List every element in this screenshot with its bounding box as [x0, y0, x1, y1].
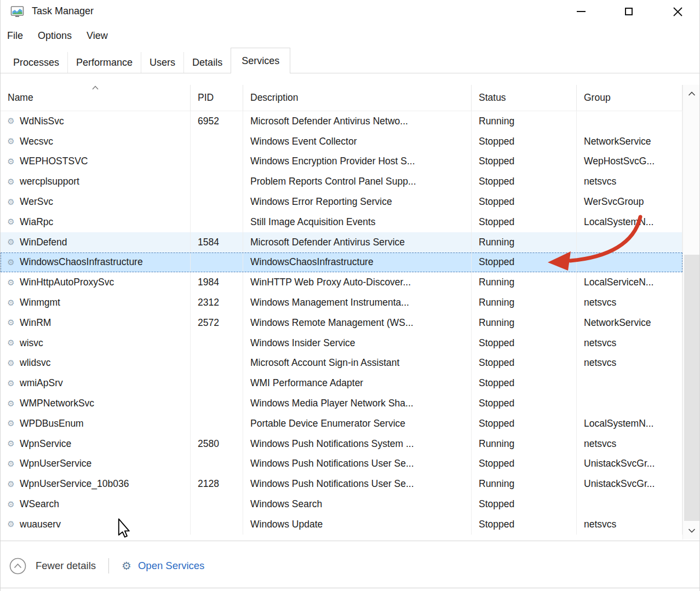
cell-pid: 2580: [191, 434, 243, 454]
service-gear-icon: ⚙: [5, 257, 17, 267]
cell-group: netsvcs: [577, 353, 682, 374]
tab-services[interactable]: Services: [231, 48, 290, 73]
table-row[interactable]: ⚙ wuauserv Windows Update Stopped netsvc…: [1, 514, 682, 535]
cell-pid: [191, 253, 243, 273]
table-row[interactable]: ⚙ Winmgmt 2312 Windows Management Instru…: [1, 292, 682, 313]
service-gear-icon: ⚙: [5, 298, 17, 308]
table-row[interactable]: ⚙ Wecsvc Windows Event Collector Stopped…: [1, 131, 682, 152]
cell-status: Stopped: [472, 192, 577, 212]
service-gear-icon: ⚙: [5, 479, 17, 489]
cell-group: NetworkService: [577, 131, 682, 152]
cell-status: Stopped: [472, 373, 577, 393]
cell-pid: 2128: [191, 474, 243, 494]
table-row[interactable]: ⚙ wmiApSrv WMI Performance Adapter Stopp…: [1, 373, 682, 393]
cell-name: ⚙ Winmgmt: [1, 292, 191, 313]
cell-pid: [191, 333, 243, 353]
cell-name: ⚙ WMPNetworkSvc: [1, 393, 191, 414]
cell-name: ⚙ WpnUserService_10b036: [1, 474, 191, 494]
cell-status: Running: [472, 272, 577, 292]
cell-name: ⚙ WpnService: [1, 434, 191, 454]
table-row[interactable]: ⚙ wisvc Windows Insider Service Stopped …: [1, 333, 682, 353]
table-row[interactable]: ⚙ WpnService 2580 Windows Push Notificat…: [1, 434, 682, 454]
cell-name-text: WinHttpAutoProxySvc: [20, 277, 114, 288]
cell-description: Windows Push Notifications User Se...: [243, 454, 472, 474]
cell-name-text: Wecsvc: [20, 136, 53, 147]
table-row[interactable]: ⚙ wercplsupport Problem Reports Control …: [1, 171, 682, 192]
cell-description: Windows Update: [243, 514, 472, 535]
tab-users[interactable]: Users: [141, 52, 183, 73]
scrollbar-up-button[interactable]: [683, 85, 700, 102]
table-row[interactable]: ⚙ WpnUserService_10b036 2128 Windows Pus…: [1, 474, 682, 494]
cell-name: ⚙ wisvc: [1, 333, 191, 353]
cell-group: LocalServiceN...: [577, 272, 682, 292]
menu-options[interactable]: Options: [38, 30, 72, 42]
cell-name: ⚙ WinDefend: [1, 232, 191, 253]
open-services-link[interactable]: ⚙ Open Services: [122, 559, 204, 572]
cell-name-text: WPDBusEnum: [20, 418, 84, 429]
close-button[interactable]: [662, 0, 693, 23]
menu-view[interactable]: View: [87, 30, 108, 42]
cell-status: Stopped: [472, 393, 577, 414]
cell-status: Running: [472, 292, 577, 313]
cell-description: Still Image Acquisition Events: [243, 212, 472, 232]
scrollbar-thumb[interactable]: [684, 255, 699, 521]
table-row[interactable]: ⚙ WdNisSvc 6952 Microsoft Defender Antiv…: [1, 111, 682, 131]
table-row[interactable]: ⚙ WMPNetworkSvc Windows Media Player Net…: [1, 393, 682, 414]
tab-processes[interactable]: Processes: [5, 52, 67, 73]
cell-description: Windows Search: [243, 494, 472, 514]
service-gear-icon: ⚙: [5, 338, 17, 348]
tab-performance[interactable]: Performance: [67, 52, 141, 73]
cell-group: [577, 111, 682, 131]
service-gear-icon: ⚙: [5, 399, 17, 409]
close-icon: [673, 7, 682, 16]
minimize-button[interactable]: [565, 0, 597, 23]
scrollbar-down-button[interactable]: [683, 522, 700, 540]
footer-separator: [108, 558, 109, 573]
cell-pid: [191, 373, 243, 393]
cell-status: Running: [472, 434, 577, 454]
cell-status: Stopped: [472, 414, 577, 434]
cell-description: Portable Device Enumerator Service: [243, 414, 472, 434]
cell-description: Microsoft Defender Antivirus Service: [243, 232, 472, 253]
menu-file[interactable]: File: [7, 30, 23, 42]
column-header-group[interactable]: Group: [577, 85, 682, 111]
cell-pid: [191, 212, 243, 232]
table-row[interactable]: ⚙ WSearch Windows Search Stopped: [1, 494, 682, 514]
column-header-description[interactable]: Description: [243, 85, 472, 111]
column-header-pid[interactable]: PID: [191, 85, 243, 111]
vertical-scrollbar[interactable]: [682, 85, 700, 540]
cell-pid: [191, 393, 243, 414]
cell-name-text: WEPHOSTSVC: [20, 156, 88, 167]
cell-description: WindowsChaosInfrastructure: [243, 253, 472, 273]
service-gear-icon: ⚙: [5, 378, 17, 388]
service-gear-icon: ⚙: [5, 197, 17, 207]
table-row[interactable]: ⚙ WindowsChaosInfrastructure WindowsChao…: [1, 253, 682, 273]
table-row[interactable]: ⚙ WiaRpc Still Image Acquisition Events …: [1, 212, 682, 232]
tab-details[interactable]: Details: [183, 52, 231, 73]
service-gear-icon: ⚙: [5, 177, 17, 187]
maximize-icon: [625, 8, 633, 15]
cell-pid: [191, 514, 243, 535]
table-row[interactable]: ⚙ WinRM 2572 Windows Remote Management (…: [1, 313, 682, 333]
cell-description: Microsoft Defender Antivirus Netwo...: [243, 111, 472, 131]
cell-group: netsvcs: [577, 292, 682, 313]
cell-group: netsvcs: [577, 514, 682, 535]
table-row[interactable]: ⚙ wlidsvc Microsoft Account Sign-in Assi…: [1, 353, 682, 374]
service-gear-icon: ⚙: [5, 157, 17, 167]
table-row[interactable]: ⚙ WinHttpAutoProxySvc 1984 WinHTTP Web P…: [1, 272, 682, 292]
fewer-details-button[interactable]: Fewer details: [9, 558, 96, 575]
service-gear-icon: ⚙: [5, 500, 17, 509]
service-gear-icon: ⚙: [5, 358, 17, 368]
window-bottom-border: [1, 588, 699, 588]
table-row[interactable]: ⚙ WerSvc Windows Error Reporting Service…: [1, 192, 682, 212]
table-row[interactable]: ⚙ WinDefend 1584 Microsoft Defender Anti…: [1, 232, 682, 253]
cell-status: Stopped: [472, 152, 577, 172]
cell-description: Windows Remote Management (WS...: [243, 313, 472, 333]
table-row[interactable]: ⚙ WEPHOSTSVC Windows Encryption Provider…: [1, 152, 682, 172]
maximize-button[interactable]: [613, 0, 645, 23]
table-row[interactable]: ⚙ WPDBusEnum Portable Device Enumerator …: [1, 414, 682, 434]
minimize-icon: [577, 11, 586, 12]
table-row[interactable]: ⚙ WpnUserService Windows Push Notificati…: [1, 454, 682, 474]
column-header-status[interactable]: Status: [472, 85, 577, 111]
cell-status: Stopped: [472, 353, 577, 374]
